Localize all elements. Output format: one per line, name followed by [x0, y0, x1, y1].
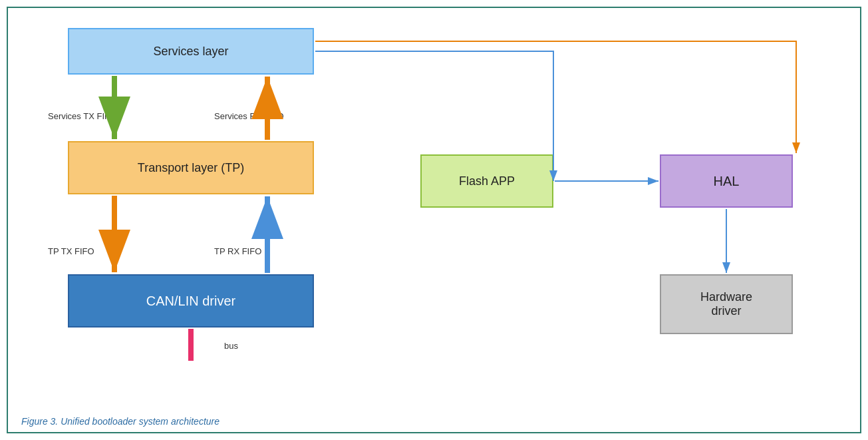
flash-label: Flash APP	[459, 174, 515, 188]
figure-caption: Figure 3. Unified bootloader system arch…	[21, 416, 219, 427]
services-label: Services layer	[153, 45, 228, 59]
tp-tx-label: TP TX FIFO	[48, 246, 94, 256]
services-tx-label: Services TX FIFO	[48, 111, 116, 121]
transport-layer-box: Transport layer (TP)	[68, 141, 314, 194]
canlin-label: CAN/LIN driver	[146, 294, 235, 309]
services-layer-box: Services layer	[68, 28, 314, 75]
flash-app-box: Flash APP	[420, 154, 553, 208]
canlin-driver-box: CAN/LIN driver	[68, 274, 314, 328]
hardware-label: Hardware driver	[700, 290, 752, 318]
hal-box: HAL	[660, 154, 793, 208]
diagram-area: Services layer Transport layer (TP) CAN/…	[8, 8, 860, 405]
transport-label: Transport layer (TP)	[138, 161, 244, 175]
bus-label: bus	[224, 341, 238, 351]
hal-label: HAL	[714, 174, 740, 189]
diagram-container: Services layer Transport layer (TP) CAN/…	[7, 7, 861, 433]
tp-rx-label: TP RX FIFO	[214, 246, 261, 256]
hardware-driver-box: Hardware driver	[660, 274, 793, 334]
services-rx-label: Services RX FIFO	[214, 111, 284, 121]
